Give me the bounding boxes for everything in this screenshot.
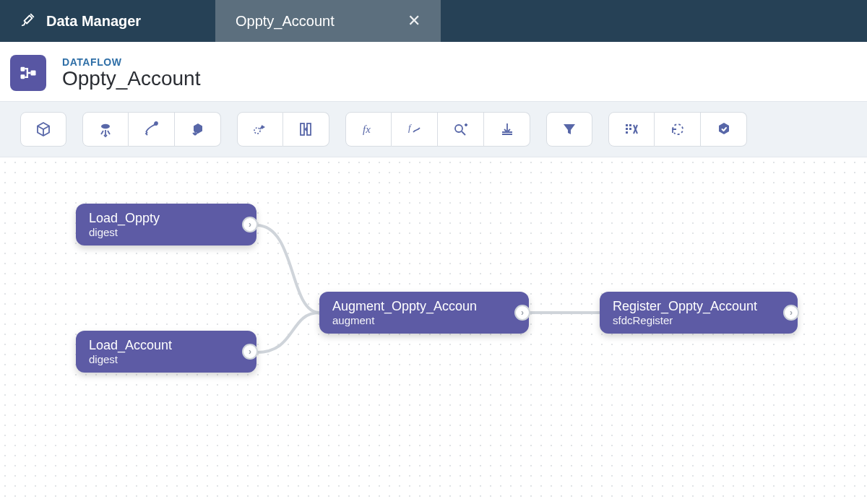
node-title: Augment_Oppty_Accoun <box>332 299 500 314</box>
output-port-icon[interactable] <box>514 305 530 321</box>
svg-rect-15 <box>629 128 631 130</box>
dataset-icon[interactable] <box>20 112 66 147</box>
tab-current-label: Oppty_Account <box>236 13 397 30</box>
svg-point-3 <box>101 124 110 129</box>
svg-rect-2 <box>31 71 36 76</box>
svg-rect-11 <box>626 124 628 126</box>
register-icon[interactable] <box>701 112 747 147</box>
wrench-screwdriver-icon <box>20 12 36 31</box>
node-type: digest <box>89 226 228 238</box>
edgemart-icon[interactable] <box>129 112 175 147</box>
page-header: DATAFLOW Oppty_Account <box>0 42 867 101</box>
svg-rect-0 <box>21 67 25 71</box>
output-port-icon[interactable] <box>783 305 799 321</box>
augment-icon[interactable] <box>237 112 283 147</box>
output-port-icon[interactable] <box>242 217 258 233</box>
page-header-text: DATAFLOW Oppty_Account <box>62 56 200 90</box>
toolbar-group-6 <box>608 112 747 147</box>
digest-icon[interactable] <box>175 112 221 147</box>
tab-current[interactable]: Oppty_Account ✕ <box>215 0 441 42</box>
header-eyebrow: DATAFLOW <box>62 56 200 68</box>
node-register-oppty-account[interactable]: Register_Oppty_Account sfdcRegister <box>600 292 798 334</box>
node-load-account[interactable]: Load_Account digest <box>76 331 256 373</box>
svg-point-10 <box>455 125 462 132</box>
compute-relative-icon[interactable]: f <box>392 112 438 147</box>
slice-dataset-icon[interactable] <box>608 112 655 147</box>
tab-home-label: Data Manager <box>46 13 141 30</box>
dim2mea-icon[interactable] <box>438 112 484 147</box>
svg-text:f: f <box>408 122 413 133</box>
svg-text:fx: fx <box>363 123 371 135</box>
node-type: sfdcRegister <box>613 314 769 326</box>
svg-rect-12 <box>626 128 628 130</box>
svg-point-4 <box>155 122 158 125</box>
filter-icon[interactable] <box>546 112 592 147</box>
toolbar-group-3 <box>237 112 329 147</box>
dataflow-icon <box>10 55 46 91</box>
node-title: Register_Oppty_Account <box>613 299 769 314</box>
node-title: Load_Account <box>89 338 228 353</box>
svg-point-5 <box>254 128 260 134</box>
close-icon[interactable]: ✕ <box>407 12 420 30</box>
dataflow-canvas[interactable]: Load_Oppty digest Load_Account digest Au… <box>0 157 867 504</box>
page-title: Oppty_Account <box>62 68 200 90</box>
tab-home[interactable]: Data Manager <box>0 0 215 42</box>
toolbar-group-2 <box>82 112 221 147</box>
node-type: digest <box>89 353 228 365</box>
svg-rect-6 <box>301 123 304 135</box>
update-icon[interactable] <box>655 112 701 147</box>
output-port-icon[interactable] <box>242 344 258 360</box>
node-augment-oppty-account[interactable]: Augment_Oppty_Accoun augment <box>319 292 529 334</box>
toolbar-group-4: fx f <box>345 112 530 147</box>
svg-rect-14 <box>629 124 631 126</box>
tab-strip: Data Manager Oppty_Account ✕ <box>0 0 867 42</box>
node-type: augment <box>332 314 500 326</box>
node-load-oppty[interactable]: Load_Oppty digest <box>76 204 256 246</box>
node-toolbar: fx f <box>0 101 867 157</box>
append-icon[interactable] <box>283 112 329 147</box>
svg-rect-1 <box>21 74 25 79</box>
svg-rect-13 <box>626 131 628 134</box>
toolbar-group-5 <box>546 112 592 147</box>
flatten-icon[interactable] <box>484 112 530 147</box>
sfdc-digest-icon[interactable] <box>82 112 129 147</box>
toolbar-group-1 <box>20 112 66 147</box>
compute-expression-icon[interactable]: fx <box>345 112 392 147</box>
node-title: Load_Oppty <box>89 211 228 226</box>
